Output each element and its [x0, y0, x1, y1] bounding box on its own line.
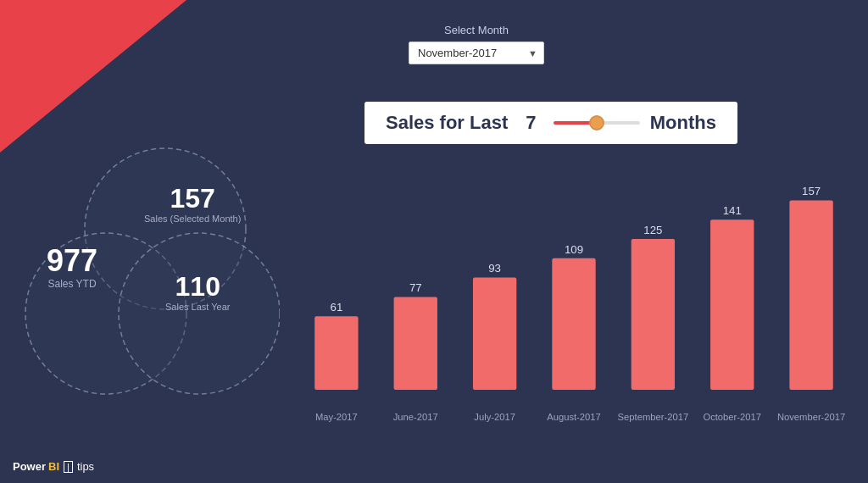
metric-ytd: 977 Sales YTD [47, 246, 97, 290]
selected-month-label: Sales (Selected Month) [144, 214, 241, 224]
svg-text:125: 125 [643, 224, 662, 236]
bar-chart-area: 61May-201777June-201793July-2017109Augus… [288, 131, 860, 449]
svg-text:157: 157 [802, 185, 821, 197]
metric-selected-month: 157 Sales (Selected Month) [144, 185, 241, 224]
svg-text:September-2017: September-2017 [618, 412, 689, 422]
svg-text:October-2017: October-2017 [703, 412, 761, 422]
slider-thumb[interactable] [589, 115, 604, 130]
last-year-label: Sales Last Year [165, 302, 230, 312]
logo-bi: BI [48, 460, 59, 473]
last-year-value: 110 [165, 273, 230, 300]
svg-text:93: 93 [488, 262, 501, 275]
logo-tips: tips [77, 460, 94, 473]
bar-chart: 61May-201777June-201793July-2017109Augus… [288, 131, 860, 449]
svg-rect-21 [789, 201, 832, 390]
svg-point-2 [119, 233, 280, 394]
month-select[interactable]: November-2017 October-2017 September-201… [409, 42, 544, 64]
svg-text:May-2017: May-2017 [315, 412, 358, 422]
top-controls: Select Month November-2017 October-2017 … [409, 24, 544, 64]
svg-text:August-2017: August-2017 [547, 412, 601, 422]
select-month-label: Select Month [444, 24, 509, 36]
svg-text:77: 77 [409, 281, 422, 294]
month-select-wrapper[interactable]: November-2017 October-2017 September-201… [409, 42, 544, 64]
ytd-label: Sales YTD [47, 278, 97, 290]
svg-text:November-2017: November-2017 [777, 412, 845, 422]
svg-rect-18 [710, 219, 754, 390]
logo-power: Power [13, 460, 46, 473]
svg-rect-9 [473, 278, 516, 390]
main-content: Select Month November-2017 October-2017 … [0, 0, 868, 483]
svg-rect-3 [314, 316, 358, 390]
slider-track-container[interactable] [554, 114, 640, 131]
svg-rect-12 [552, 258, 595, 390]
svg-text:109: 109 [565, 243, 583, 256]
logo-separator: | [64, 461, 73, 473]
selected-month-value: 157 [144, 185, 241, 212]
powerbi-logo: PowerBI|tips [13, 460, 94, 473]
metric-last-year: 110 Sales Last Year [165, 273, 230, 312]
ytd-value: 977 [47, 246, 97, 276]
svg-text:141: 141 [723, 204, 742, 217]
svg-text:61: 61 [331, 301, 343, 314]
svg-rect-6 [394, 297, 437, 390]
svg-rect-15 [632, 239, 675, 390]
svg-text:July-2017: July-2017 [474, 412, 515, 422]
svg-text:June-2017: June-2017 [393, 412, 438, 422]
